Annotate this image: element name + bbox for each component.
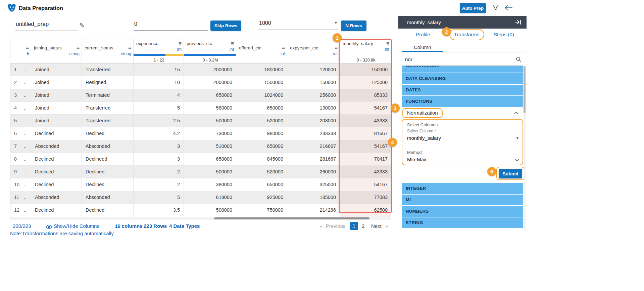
transform-category-functions[interactable]: FUNCTIONS — [402, 96, 523, 107]
cell-expyrsper_ctc[interactable]: 256000 — [287, 89, 340, 101]
cell-monthly_salary[interactable]: 77083 — [340, 191, 391, 204]
tab-steps[interactable]: Steps (0) — [494, 32, 514, 37]
submit-button[interactable]: Submit — [499, 169, 522, 178]
cell-previous_ctc[interactable]: 380000 — [184, 178, 236, 191]
column-header-previous_ctc[interactable]: previous_ctc≡int0 - 3.2M — [184, 39, 236, 63]
column-menu-icon[interactable]: ≡ — [282, 45, 285, 50]
cell-experience[interactable]: 5 — [134, 191, 184, 204]
cell-expyrsper_ctc[interactable]: 233333 — [287, 127, 340, 140]
pagination-next[interactable]: Next — [371, 223, 382, 229]
column-menu-icon[interactable]: ≡ — [128, 45, 131, 50]
cell-experience[interactable]: 2.5 — [134, 115, 184, 127]
cell-experience[interactable]: 15 — [134, 64, 184, 76]
tab-profile[interactable]: Profile — [416, 32, 430, 37]
cell-monthly_salary[interactable]: 54167 — [340, 140, 391, 153]
cell-expyrsper_ctc[interactable]: 260000 — [287, 166, 340, 178]
cell-joining_status[interactable]: Declined — [31, 204, 82, 217]
column-menu-icon[interactable]: ≡ — [26, 45, 29, 50]
cell-joining_status[interactable]: Joined — [31, 115, 82, 127]
cell-monthly_salary[interactable]: 125000 — [340, 76, 391, 89]
transform-category-integer[interactable]: INTEGER — [402, 183, 523, 194]
skip-rows-button[interactable]: Skip Rows — [210, 20, 241, 31]
cell-current_status[interactable]: Transferred — [82, 64, 134, 76]
cell-offered_ctc[interactable]: 1800000 — [236, 64, 287, 76]
cell-previous_ctc[interactable]: 730000 — [184, 127, 236, 140]
pagination-previous[interactable]: Previous — [326, 223, 345, 229]
transform-category-dates[interactable]: DATES — [402, 85, 523, 95]
cell-expyrsper_ctc[interactable]: 208000 — [287, 115, 340, 127]
column-header-monthly_salary[interactable]: monthly_salary≡int0 - 320.8k — [340, 39, 391, 63]
cell-current_status[interactable]: Transferred — [82, 115, 134, 127]
filter-icon[interactable] — [492, 4, 499, 12]
cell-current_status[interactable]: Absconded — [82, 191, 134, 204]
transform-category-numbers[interactable]: NUMBERS — [402, 206, 523, 217]
search-icon[interactable] — [516, 56, 522, 64]
column-menu-icon[interactable]: ≡ — [386, 41, 389, 46]
cell-expyrsper_ctc[interactable]: 325000 — [287, 178, 340, 191]
cell-previous_ctc[interactable]: 500000 — [184, 115, 236, 127]
edit-name-pencil-icon[interactable]: ✎ — [79, 22, 85, 29]
cell-current_status[interactable]: Transferred — [82, 102, 134, 114]
cell-experience[interactable]: 5 — [134, 102, 184, 114]
cell-offered_ctc[interactable]: 650000 — [236, 140, 287, 153]
column-menu-icon[interactable]: ≡ — [335, 45, 338, 50]
column-menu-icon[interactable]: ≡ — [231, 41, 234, 46]
cell-expyrsper_ctc[interactable]: 185000 — [287, 191, 340, 204]
pagination-page-1[interactable]: 1 — [350, 222, 358, 230]
transform-search-input[interactable] — [405, 56, 512, 62]
cell-previous_ctc[interactable]: 510000 — [184, 140, 236, 153]
column-header-offered_ctc[interactable]: offered_ctc≡int — [236, 39, 287, 63]
cell-monthly_salary[interactable]: 70417 — [340, 153, 391, 165]
cell-experience[interactable]: 2 — [134, 178, 184, 191]
n-rows-count-select[interactable]: 1000 ▾ — [258, 19, 338, 30]
cell-joining_status[interactable]: Declined — [31, 153, 82, 165]
cell-previous_ctc[interactable]: 650000 — [184, 153, 236, 165]
transform-category-string[interactable]: STRING — [402, 217, 523, 228]
n-rows-button[interactable]: N Rows — [341, 20, 366, 31]
back-arrow-icon[interactable] — [504, 4, 513, 12]
cell-previous_ctc[interactable]: 500000 — [184, 166, 236, 178]
cell-experience[interactable]: 3.5 — [134, 204, 184, 217]
horizontal-scrollbar[interactable] — [10, 217, 391, 220]
cell-experience[interactable]: 4.2 — [134, 127, 184, 140]
cell-offered_ctc[interactable]: 1024000 — [236, 89, 287, 101]
cell-expyrsper_ctc[interactable]: 214286 — [287, 204, 340, 217]
cell-monthly_salary[interactable]: 81667 — [340, 127, 391, 140]
cell-experience[interactable]: 2 — [134, 166, 184, 178]
cell-monthly_salary[interactable]: 54167 — [340, 102, 391, 114]
cell-joining_status[interactable]: Joined — [31, 76, 82, 89]
cell-experience[interactable]: 3 — [134, 153, 184, 165]
cell-offered_ctc[interactable]: 520000 — [236, 166, 287, 178]
cell-monthly_salary[interactable]: 62500 — [340, 204, 391, 217]
column-header-expyrsper_ctc[interactable]: expyrsper_ctc≡int — [287, 39, 340, 63]
cell-offered_ctc[interactable]: 1500000 — [236, 76, 287, 89]
column-header-joining_status[interactable]: joining_status≡string — [31, 39, 82, 63]
cell-experience[interactable]: 4 — [134, 89, 184, 101]
transform-category-ml[interactable]: ML — [402, 195, 523, 205]
cell-offered_ctc[interactable]: 520000 — [236, 115, 287, 127]
cell-joining_status[interactable]: Absconded — [31, 140, 82, 153]
pagination-last[interactable]: » — [385, 223, 388, 229]
cell-joining_status[interactable]: Declined — [31, 166, 82, 178]
cell-current_status[interactable]: Resigned — [82, 76, 134, 89]
cell-expyrsper_ctc[interactable]: 281667 — [287, 153, 340, 165]
cell-joining_status[interactable]: Joined — [31, 64, 82, 76]
cell-current_status[interactable]: Declined — [82, 204, 134, 217]
cell-offered_ctc[interactable]: 845000 — [236, 153, 287, 165]
horizontal-scrollbar-thumb[interactable] — [214, 217, 369, 219]
cell-expyrsper_ctc[interactable]: 130000 — [287, 102, 340, 114]
cell-previous_ctc[interactable]: 650000 — [184, 89, 236, 101]
prep-name-input[interactable] — [15, 20, 78, 31]
cell-current_status[interactable]: Declineed — [82, 153, 134, 165]
subtab-column[interactable]: Column — [414, 44, 431, 50]
cell-current_status[interactable]: Declined — [82, 127, 134, 140]
cell-experience[interactable]: 3 — [134, 140, 184, 153]
cell-expyrsper_ctc[interactable]: 120000 — [287, 64, 340, 76]
column-menu-icon[interactable]: ≡ — [77, 45, 80, 50]
cell-previous_ctc[interactable]: 580000 — [184, 102, 236, 114]
cell-current_status[interactable]: Absconded — [82, 140, 134, 153]
cell-joining_status[interactable]: Declined — [31, 127, 82, 140]
cell-previous_ctc[interactable]: 500000 — [184, 204, 236, 217]
transform-category-conversions[interactable]: CONVERSIONS — [402, 66, 523, 73]
chevron-up-icon[interactable] — [514, 112, 518, 116]
